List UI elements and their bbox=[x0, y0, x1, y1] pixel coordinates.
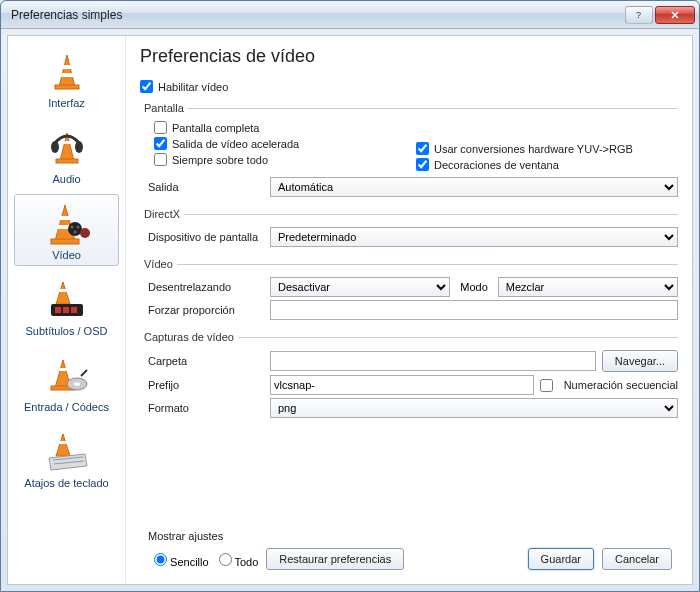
svg-rect-3 bbox=[60, 73, 73, 77]
svg-point-15 bbox=[80, 228, 90, 238]
svg-text:?: ? bbox=[636, 10, 641, 20]
all-radio-row: Todo bbox=[219, 553, 259, 568]
cone-icon bbox=[42, 49, 92, 95]
enable-video-label: Habilitar vídeo bbox=[158, 81, 228, 93]
sidebar-item-interface[interactable]: Interfaz bbox=[14, 42, 119, 114]
cone-headphones-icon bbox=[42, 125, 92, 171]
svg-point-9 bbox=[75, 141, 83, 153]
aspect-input[interactable] bbox=[270, 300, 678, 320]
fullscreen-label: Pantalla completa bbox=[172, 122, 259, 134]
format-select[interactable]: png bbox=[270, 398, 678, 418]
svg-rect-23 bbox=[63, 307, 69, 313]
show-settings-label: Mostrar ajustes bbox=[148, 530, 678, 542]
svg-rect-11 bbox=[59, 216, 71, 220]
svg-marker-1 bbox=[59, 55, 75, 87]
accel-output-label: Salida de vídeo acelerada bbox=[172, 138, 299, 150]
format-label: Formato bbox=[140, 402, 270, 414]
always-on-top-checkbox[interactable] bbox=[154, 153, 167, 166]
sidebar-item-hotkeys[interactable]: Atajos de teclado bbox=[14, 422, 119, 494]
mode-select[interactable]: Mezclar bbox=[498, 277, 678, 297]
sidebar-item-label: Atajos de teclado bbox=[24, 477, 108, 489]
cone-keyboard-icon bbox=[42, 429, 92, 475]
output-label: Salida bbox=[140, 181, 270, 193]
svg-rect-31 bbox=[58, 441, 68, 444]
svg-rect-6 bbox=[62, 141, 72, 144]
deinterlace-label: Desentrelazando bbox=[140, 281, 270, 293]
sidebar-item-label: Subtítulos / OSD bbox=[26, 325, 108, 337]
cone-disc-icon bbox=[42, 353, 92, 399]
reset-button[interactable]: Restaurar preferencias bbox=[266, 548, 404, 570]
svg-rect-7 bbox=[56, 159, 78, 163]
directx-legend: DirectX bbox=[140, 208, 184, 220]
video-legend: Vídeo bbox=[140, 258, 177, 270]
always-on-top-label: Siempre sobre todo bbox=[172, 154, 268, 166]
close-button[interactable] bbox=[655, 6, 695, 24]
category-sidebar: Interfaz Audio Vídeo Subtítulos / OSD bbox=[8, 36, 126, 584]
svg-point-18 bbox=[73, 231, 76, 234]
save-button[interactable]: Guardar bbox=[528, 548, 594, 570]
simple-radio-row: Sencillo bbox=[154, 553, 209, 568]
folder-label: Carpeta bbox=[140, 355, 270, 367]
svg-rect-20 bbox=[58, 289, 68, 292]
yuv-rgb-label: Usar conversiones hardware YUV->RGB bbox=[434, 143, 633, 155]
seq-num-checkbox[interactable] bbox=[540, 379, 553, 392]
all-radio[interactable] bbox=[219, 553, 232, 566]
simple-label: Sencillo bbox=[170, 556, 209, 568]
svg-rect-13 bbox=[51, 239, 79, 244]
svg-rect-26 bbox=[58, 368, 68, 371]
enable-video-checkbox[interactable] bbox=[140, 80, 153, 93]
content-area: Interfaz Audio Vídeo Subtítulos / OSD bbox=[7, 35, 693, 585]
svg-rect-24 bbox=[71, 307, 77, 313]
cone-board-icon bbox=[42, 277, 92, 323]
svg-rect-22 bbox=[55, 307, 61, 313]
mode-label: Modo bbox=[456, 281, 492, 293]
help-button[interactable]: ? bbox=[625, 6, 653, 24]
browse-button[interactable]: Navegar... bbox=[602, 350, 678, 372]
all-label: Todo bbox=[234, 556, 258, 568]
svg-marker-19 bbox=[56, 282, 70, 304]
window-deco-label: Decoraciones de ventana bbox=[434, 159, 559, 171]
captures-legend: Capturas de vídeo bbox=[140, 331, 238, 343]
device-label: Dispositivo de pantalla bbox=[140, 231, 270, 243]
deinterlace-select[interactable]: Desactivar bbox=[270, 277, 450, 297]
seq-num-label: Numeración secuencial bbox=[564, 379, 678, 391]
screen-legend: Pantalla bbox=[140, 102, 188, 114]
sidebar-item-label: Audio bbox=[52, 173, 80, 185]
svg-point-17 bbox=[76, 226, 79, 229]
sidebar-item-label: Vídeo bbox=[52, 249, 81, 261]
sidebar-item-codecs[interactable]: Entrada / Códecs bbox=[14, 346, 119, 418]
output-select[interactable]: Automática bbox=[270, 177, 678, 197]
sidebar-item-subtitles[interactable]: Subtítulos / OSD bbox=[14, 270, 119, 342]
svg-rect-2 bbox=[62, 65, 72, 69]
window-deco-checkbox[interactable] bbox=[416, 158, 429, 171]
aspect-label: Forzar proporción bbox=[140, 304, 270, 316]
cone-film-icon bbox=[42, 201, 92, 247]
sidebar-item-video[interactable]: Vídeo bbox=[14, 194, 119, 266]
simple-radio[interactable] bbox=[154, 553, 167, 566]
captures-group: Capturas de vídeo Carpeta Navegar... Pre… bbox=[140, 331, 678, 423]
enable-video-row: Habilitar vídeo bbox=[140, 80, 678, 93]
titlebar: Preferencias simples ? bbox=[1, 1, 699, 29]
directx-group: DirectX Dispositivo de pantalla Predeter… bbox=[140, 208, 678, 252]
svg-point-16 bbox=[70, 226, 73, 229]
preferences-window: Preferencias simples ? Interfaz Audio bbox=[0, 0, 700, 592]
screen-group: Pantalla Pantalla completa Salida de víd… bbox=[140, 102, 678, 202]
window-title: Preferencias simples bbox=[5, 8, 623, 22]
folder-input[interactable] bbox=[270, 351, 596, 371]
fullscreen-checkbox[interactable] bbox=[154, 121, 167, 134]
sidebar-item-label: Entrada / Códecs bbox=[24, 401, 109, 413]
svg-marker-30 bbox=[56, 434, 70, 456]
cancel-button[interactable]: Cancelar bbox=[602, 548, 672, 570]
accel-output-checkbox[interactable] bbox=[154, 137, 167, 150]
yuv-rgb-checkbox[interactable] bbox=[416, 142, 429, 155]
prefix-input[interactable] bbox=[270, 375, 534, 395]
prefix-label: Prefijo bbox=[140, 379, 270, 391]
sidebar-item-audio[interactable]: Audio bbox=[14, 118, 119, 190]
svg-point-14 bbox=[68, 222, 82, 236]
main-panel: Preferencias de vídeo Habilitar vídeo Pa… bbox=[126, 36, 692, 584]
device-select[interactable]: Predeterminado bbox=[270, 227, 678, 247]
footer: Mostrar ajustes Sencillo Todo Restaurar … bbox=[140, 526, 678, 576]
window-controls: ? bbox=[623, 6, 695, 24]
sidebar-item-label: Interfaz bbox=[48, 97, 85, 109]
page-title: Preferencias de vídeo bbox=[140, 46, 678, 67]
